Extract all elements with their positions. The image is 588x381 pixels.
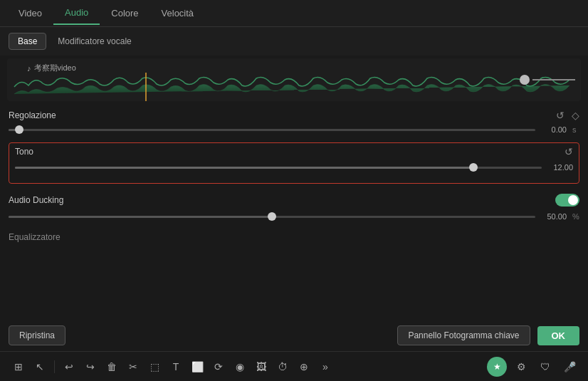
toolbar-add-icon[interactable]: ⊕ [294, 357, 314, 377]
regolazione-value: 0.00 [541, 125, 567, 134]
content-area: Regolazione ↺ ◇ 0.00 s Tono ↺ [0, 104, 588, 248]
waveform-volume-thumb[interactable] [520, 75, 530, 85]
toolbar-rect-icon[interactable]: ⬜ [187, 357, 207, 377]
toolbar-rotate-icon[interactable]: ⟳ [209, 357, 229, 377]
toolbar-text-icon[interactable]: T [166, 357, 186, 377]
waveform-svg [7, 73, 581, 101]
tono-thumb[interactable] [469, 163, 478, 172]
audio-ducking-slider[interactable] [9, 211, 535, 222]
main-tabs: Video Audio Colore Velocità [0, 0, 588, 27]
toolbar-timer-icon[interactable]: ⏱ [273, 357, 293, 377]
toolbar-image-icon[interactable]: 🖼 [251, 357, 271, 377]
audio-ducking-section: Audio Ducking [9, 189, 579, 209]
regolazione-label: Regolazione [9, 110, 56, 120]
tono-label: Tono [15, 147, 33, 157]
toolbar-record-icon[interactable]: ◉ [230, 357, 250, 377]
regolazione-reset-icon[interactable]: ↺ [556, 110, 565, 121]
toolbar-right: ★ ⚙ 🛡 🎤 [487, 357, 579, 377]
tono-header: Tono ↺ [15, 146, 573, 157]
audio-ducking-label: Audio Ducking [9, 195, 63, 205]
regolazione-slider-row: 0.00 s [9, 122, 579, 141]
toolbar-mic-icon[interactable]: 🎤 [560, 357, 579, 377]
ok-button[interactable]: OK [537, 326, 580, 345]
audio-ducking-fill [9, 216, 272, 218]
waveform-title: ♪ 考察期video [27, 63, 76, 73]
audio-ducking-track [9, 216, 535, 218]
audio-ducking-toggle[interactable] [555, 194, 579, 207]
tono-slider-row: 12.00 [15, 160, 573, 179]
ripristina-button[interactable]: Ripristina [9, 325, 65, 345]
toolbar-cut-icon[interactable]: ✂ [123, 357, 143, 377]
regolazione-unit: s [572, 125, 579, 134]
regolazione-slider[interactable] [9, 124, 535, 135]
toolbar: ⊞ ↖ ↩ ↪ 🗑 ✂ ⬚ T ⬜ ⟳ ◉ 🖼 ⏱ ⊕ » ★ ⚙ 🛡 🎤 [0, 351, 588, 381]
waveform-volume-track [532, 79, 575, 80]
tab-velocita[interactable]: Velocità [150, 2, 206, 24]
toolbar-redo-icon[interactable]: ↪ [80, 357, 100, 377]
subtab-modificatore[interactable]: Modificatore vocale [52, 33, 137, 49]
regolazione-forward-icon[interactable]: ◇ [572, 110, 579, 121]
subtab-base[interactable]: Base [9, 33, 46, 50]
audio-ducking-value: 50.00 [541, 212, 567, 221]
toolbar-grid-icon[interactable]: ⊞ [9, 357, 28, 377]
toolbar-crop-icon[interactable]: ⬚ [145, 357, 164, 377]
toolbar-settings-icon[interactable]: ⚙ [511, 357, 531, 377]
toolbar-more-icon[interactable]: » [315, 357, 335, 377]
bottom-bar: Ripristina Pannello Fotogramma chiave OK [0, 320, 588, 351]
tono-value: 12.00 [547, 163, 573, 172]
toolbar-sep-1 [54, 360, 55, 373]
pannello-button[interactable]: Pannello Fotogramma chiave [397, 325, 530, 345]
toolbar-shield-icon[interactable]: 🛡 [535, 357, 555, 377]
toolbar-cursor-icon[interactable]: ↖ [30, 357, 50, 377]
audio-ducking-slider-row: 50.00 % [9, 209, 579, 228]
regolazione-thumb[interactable] [15, 125, 23, 134]
toolbar-user-icon[interactable]: ★ [487, 357, 507, 377]
equalizzatore-label: Equalizzatore [9, 228, 579, 248]
tono-slider[interactable] [15, 162, 542, 173]
audio-ducking-unit: % [572, 212, 579, 221]
music-icon: ♪ [27, 64, 31, 73]
audio-ducking-thumb[interactable] [268, 212, 276, 221]
tono-track [15, 167, 542, 169]
toggle-knob [568, 195, 578, 205]
waveform-volume-slider[interactable] [520, 75, 575, 85]
tab-colore[interactable]: Colore [100, 2, 149, 24]
regolazione-track [9, 129, 535, 131]
tono-reset-icon[interactable]: ↺ [565, 146, 573, 157]
toolbar-delete-icon[interactable]: 🗑 [102, 357, 122, 377]
tab-video[interactable]: Video [7, 2, 53, 24]
tono-fill [15, 167, 473, 169]
toolbar-undo-icon[interactable]: ↩ [59, 357, 79, 377]
tab-audio[interactable]: Audio [53, 1, 100, 25]
waveform-area: ♪ 考察期video [7, 58, 581, 101]
tono-section: Tono ↺ 12.00 [9, 142, 579, 184]
regolazione-section: Regolazione ↺ ◇ [9, 104, 579, 122]
regolazione-icons: ↺ ◇ [556, 110, 579, 121]
sub-tabs: Base Modificatore vocale [0, 27, 588, 56]
